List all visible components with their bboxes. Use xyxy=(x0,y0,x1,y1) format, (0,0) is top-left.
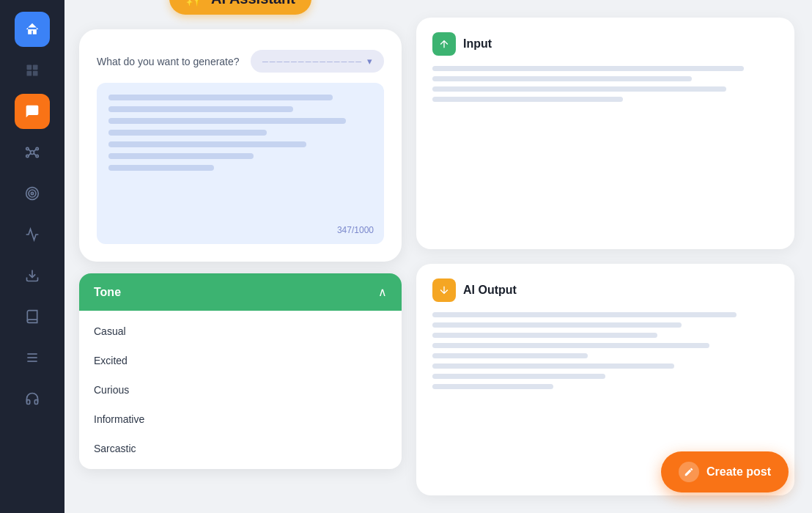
svg-rect-0 xyxy=(27,65,32,70)
input-icon xyxy=(432,32,456,56)
io-line xyxy=(432,86,726,92)
sidebar-item-download[interactable] xyxy=(15,258,50,293)
tone-card: Tone ∧ Casual Excited Curious Informativ… xyxy=(79,273,402,469)
sidebar-item-analytics[interactable] xyxy=(15,217,50,252)
output-lines xyxy=(432,312,778,389)
text-area[interactable]: 347/1000 xyxy=(97,83,384,244)
output-header: AI Output xyxy=(432,278,778,302)
placeholder-lines xyxy=(108,95,372,171)
tone-chevron-icon: ∧ xyxy=(378,285,387,299)
create-post-button[interactable]: Create post xyxy=(661,451,789,492)
io-line xyxy=(432,76,692,81)
messages-icon xyxy=(24,103,40,119)
output-title: AI Output xyxy=(463,284,517,297)
ai-title: AI Assistant xyxy=(211,0,295,7)
io-line xyxy=(432,343,709,348)
placeholder-line xyxy=(108,165,214,171)
io-line xyxy=(432,312,737,317)
sidebar-item-settings[interactable] xyxy=(15,340,50,375)
sidebar xyxy=(0,0,64,513)
connections-icon xyxy=(24,144,40,160)
char-count: 347/1000 xyxy=(337,225,374,235)
target-icon xyxy=(24,185,40,202)
ai-header: ✨ AI Assistant xyxy=(79,0,402,15)
tone-header[interactable]: Tone ∧ xyxy=(79,273,402,311)
create-post-icon xyxy=(679,462,699,482)
support-icon xyxy=(24,391,40,407)
svg-line-10 xyxy=(34,150,36,152)
main-content: ✨ AI Assistant What do you want to gener… xyxy=(64,0,812,513)
generate-select[interactable]: ────────────── ▾ xyxy=(251,50,384,73)
input-card: Input xyxy=(416,18,794,249)
io-line xyxy=(432,333,657,338)
svg-point-14 xyxy=(29,190,36,197)
chevron-down-icon: ▾ xyxy=(367,56,372,67)
io-line xyxy=(432,363,674,369)
tone-option-sarcastic[interactable]: Sarcastic xyxy=(79,434,402,463)
navigation-icon xyxy=(24,21,40,37)
generate-label: What do you want to generate? xyxy=(97,56,240,67)
tone-option-informative[interactable]: Informative xyxy=(79,405,402,434)
svg-point-6 xyxy=(36,147,38,150)
svg-point-7 xyxy=(26,155,29,157)
download-icon xyxy=(24,267,40,284)
io-line xyxy=(432,66,744,71)
settings-icon xyxy=(24,350,40,366)
io-line xyxy=(432,374,605,379)
io-line xyxy=(432,384,553,389)
generate-row: What do you want to generate? ──────────… xyxy=(97,50,384,73)
left-panel: ✨ AI Assistant What do you want to gener… xyxy=(79,18,402,495)
placeholder-line xyxy=(108,141,306,147)
sidebar-item-library[interactable] xyxy=(15,299,50,334)
create-post-label: Create post xyxy=(706,465,771,479)
placeholder-line xyxy=(108,106,293,112)
placeholder-line xyxy=(108,95,333,100)
svg-line-12 xyxy=(34,153,36,155)
tone-option-excited[interactable]: Excited xyxy=(79,346,402,375)
svg-rect-2 xyxy=(27,71,32,76)
input-title: Input xyxy=(463,37,492,51)
io-line xyxy=(432,353,588,358)
placeholder-line xyxy=(108,130,267,136)
select-placeholder: ────────────── xyxy=(262,57,363,66)
placeholder-line xyxy=(108,118,346,124)
placeholder-line xyxy=(108,153,254,159)
tone-title: Tone xyxy=(94,286,121,299)
sidebar-item-connections[interactable] xyxy=(15,135,50,170)
svg-point-8 xyxy=(36,155,38,157)
right-panel: Input AI Output xyxy=(416,18,794,495)
svg-point-15 xyxy=(31,192,33,194)
io-line xyxy=(432,97,623,102)
svg-rect-3 xyxy=(33,71,38,76)
sidebar-item-messages[interactable] xyxy=(15,94,50,129)
ai-assistant-card: What do you want to generate? ──────────… xyxy=(79,29,402,262)
input-lines xyxy=(432,66,778,102)
output-icon xyxy=(432,278,456,302)
dashboard-icon xyxy=(24,62,40,78)
svg-rect-1 xyxy=(33,65,38,70)
tone-option-curious[interactable]: Curious xyxy=(79,375,402,405)
svg-line-9 xyxy=(29,150,31,152)
io-line xyxy=(432,322,682,328)
svg-line-11 xyxy=(29,153,31,155)
analytics-icon xyxy=(24,226,40,243)
tone-options: Casual Excited Curious Informative Sarca… xyxy=(79,311,402,469)
svg-point-5 xyxy=(26,147,29,150)
input-header: Input xyxy=(432,32,778,56)
ai-title-badge: ✨ AI Assistant xyxy=(169,0,311,15)
sidebar-item-dashboard[interactable] xyxy=(15,53,50,88)
tone-option-casual[interactable]: Casual xyxy=(79,317,402,346)
library-icon xyxy=(24,309,40,325)
sidebar-item-support[interactable] xyxy=(15,381,50,416)
sidebar-item-navigation[interactable] xyxy=(15,12,50,47)
sidebar-item-target[interactable] xyxy=(15,176,50,211)
wand-icon: ✨ xyxy=(185,0,204,7)
